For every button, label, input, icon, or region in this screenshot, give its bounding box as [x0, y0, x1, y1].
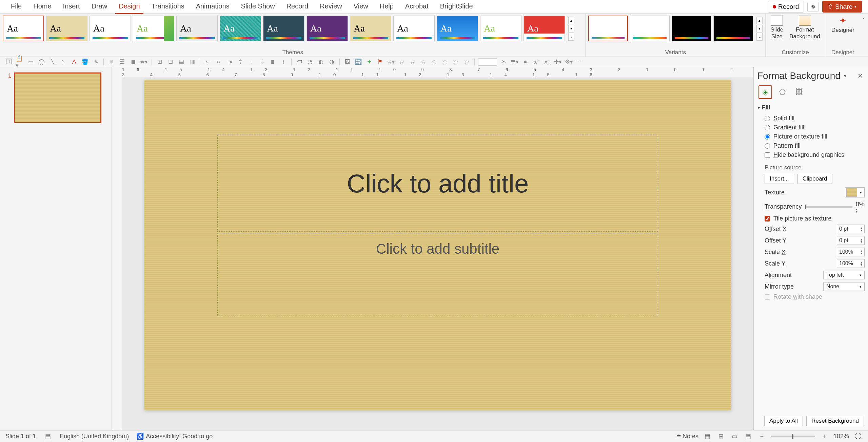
size-spinner[interactable]	[478, 58, 497, 66]
ungroup-icon[interactable]: ⊟	[166, 58, 175, 66]
slide-counter[interactable]: Slide 1 of 1	[5, 433, 36, 440]
group-icon[interactable]: ⊞	[155, 58, 164, 66]
zoom-out-button[interactable]: −	[757, 433, 766, 440]
bring-front-icon[interactable]: ▤	[177, 58, 185, 66]
normal-view-icon[interactable]: ▦	[703, 433, 712, 440]
theme-10[interactable]: Aa	[393, 16, 435, 41]
align-right-icon[interactable]: ≣	[129, 58, 137, 66]
more-icon[interactable]: ⋯	[575, 58, 584, 66]
align-center-icon[interactable]: ☰	[118, 58, 126, 66]
tab-review[interactable]: Review	[316, 0, 346, 14]
theme-11[interactable]: Aa	[437, 16, 478, 41]
star3-icon[interactable]: ☆	[408, 58, 417, 66]
tab-record[interactable]: Record	[283, 0, 312, 14]
alignment-dropdown[interactable]: Top left▾	[823, 271, 865, 279]
theme-2[interactable]: Aa	[46, 16, 87, 41]
zoom-slider[interactable]	[771, 436, 815, 437]
sun-icon[interactable]: ☀▾	[565, 58, 573, 66]
pane-tab-fill[interactable]: ◈	[758, 85, 772, 99]
subtitle-placeholder[interactable]: Click to add subtitle	[217, 233, 658, 316]
reading-view-icon[interactable]: ▭	[730, 433, 739, 440]
transparency-value[interactable]: 0%▴▾	[856, 201, 865, 213]
theme-4[interactable]: Aa	[133, 16, 174, 41]
apply-to-all-button[interactable]: Apply to All	[764, 416, 803, 426]
align-obj-center-icon[interactable]: ↔	[214, 58, 223, 66]
variants-gallery-expand[interactable]: ⌄	[756, 33, 763, 41]
line-icon[interactable]: ╲	[48, 58, 57, 66]
check-hide-bg[interactable]: Hide background graphics	[765, 150, 865, 160]
insert-picture-button[interactable]: Insert...	[765, 174, 794, 184]
shape2-icon[interactable]: ◐	[317, 58, 325, 66]
theme-12[interactable]: Aa	[480, 16, 521, 41]
pane-dropdown-icon[interactable]: ▾	[844, 73, 846, 79]
mirror-dropdown[interactable]: None▾	[823, 282, 865, 291]
fill-section-header[interactable]: ▾ Fill	[757, 103, 865, 112]
title-placeholder[interactable]: Click to add title	[217, 135, 658, 232]
tab-home[interactable]: Home	[30, 0, 55, 14]
language-status[interactable]: English (United Kingdom)	[60, 433, 129, 440]
variants-scroll-down[interactable]: ▾	[756, 25, 763, 33]
textbox-icon[interactable]: 🅃	[5, 58, 13, 66]
shape3-icon[interactable]: ◑	[328, 58, 336, 66]
sub-icon[interactable]: x₂	[543, 58, 551, 66]
tab-draw[interactable]: Draw	[88, 0, 111, 14]
scale-x-input[interactable]: 100%▴▾	[837, 248, 865, 256]
circle2-icon[interactable]: ●	[521, 58, 530, 66]
rectangle-icon[interactable]: ▭	[26, 58, 35, 66]
tab-acrobat[interactable]: Acrobat	[402, 0, 432, 14]
connector-icon[interactable]: ⤡	[59, 58, 67, 66]
accessibility-status[interactable]: ♿ Accessibility: Good to go	[136, 433, 213, 440]
theme-9[interactable]: Aa	[350, 16, 391, 41]
check-tile[interactable]: Tile picture as texture	[757, 214, 865, 223]
radio-pattern-fill[interactable]: Pattern fill	[765, 141, 865, 150]
pane-close-button[interactable]: ✕	[856, 70, 865, 81]
share-button[interactable]: ⇧ Share ▾	[822, 1, 862, 13]
designer-button[interactable]: ✦ Designer	[831, 16, 854, 34]
crop-icon[interactable]: ✂	[499, 58, 508, 66]
tab-animations[interactable]: Animations	[193, 0, 233, 14]
align-obj-left-icon[interactable]: ⇤	[203, 58, 212, 66]
texture-picker[interactable]: ▾	[845, 187, 865, 197]
themes-scroll-up[interactable]: ▴	[568, 17, 574, 24]
offset-x-input[interactable]: 0 pt▴▾	[837, 225, 865, 233]
record-button[interactable]: Record	[768, 1, 804, 13]
star5-icon[interactable]: ☆	[430, 58, 438, 66]
theme-3[interactable]: Aa	[90, 16, 131, 41]
themes-scroll-down[interactable]: ▾	[568, 25, 574, 33]
variant-2[interactable]	[630, 16, 670, 41]
effects-icon[interactable]: ✢▾	[554, 58, 562, 66]
radio-picture-fill[interactable]: Picture or texture fill	[765, 132, 865, 141]
slide-size-button[interactable]: Slide Size	[770, 16, 783, 40]
autofit-icon[interactable]: ⇔▾	[140, 58, 148, 66]
star1-icon[interactable]: ☆▾	[387, 58, 395, 66]
star4-icon[interactable]: ☆	[419, 58, 428, 66]
zoom-in-button[interactable]: +	[820, 433, 829, 440]
pane-tab-effects[interactable]: ⬠	[775, 85, 789, 99]
star8-icon[interactable]: ☆	[462, 58, 471, 66]
distribute-h-icon[interactable]: ⫼	[269, 58, 277, 66]
outline-icon[interactable]: ✎	[92, 58, 100, 66]
variant-4[interactable]	[713, 16, 753, 41]
super-icon[interactable]: x²	[532, 58, 540, 66]
scale-y-input[interactable]: 100%▴▾	[837, 259, 865, 268]
theme-6[interactable]: Aa	[220, 16, 261, 41]
pane-tab-picture[interactable]: 🖼	[792, 85, 806, 99]
align-obj-right-icon[interactable]: ⇥	[225, 58, 234, 66]
tab-help[interactable]: Help	[376, 0, 397, 14]
align-left-icon[interactable]: ≡	[107, 58, 116, 66]
theme-7[interactable]: Aa	[263, 16, 304, 41]
thumbnail-item[interactable]: 1	[8, 72, 103, 123]
theme-13[interactable]: Aa	[524, 16, 565, 41]
swap-icon[interactable]: 🔄	[354, 58, 362, 66]
tab-design[interactable]: Design	[115, 0, 143, 14]
collapse-ribbon-button[interactable]: ⌄	[861, 14, 868, 21]
tab-file[interactable]: File	[7, 0, 25, 14]
send-back-icon[interactable]: ▥	[188, 58, 196, 66]
picture-icon[interactable]: 🖼	[343, 58, 352, 66]
shape1-icon[interactable]: ◔	[306, 58, 314, 66]
flag-icon[interactable]: ⚑	[376, 58, 384, 66]
star6-icon[interactable]: ☆	[441, 58, 449, 66]
fontcolor-icon[interactable]: A̲	[70, 58, 78, 66]
tag-icon[interactable]: 🏷	[295, 58, 303, 66]
tab-brightslide[interactable]: BrightSlide	[437, 0, 476, 14]
